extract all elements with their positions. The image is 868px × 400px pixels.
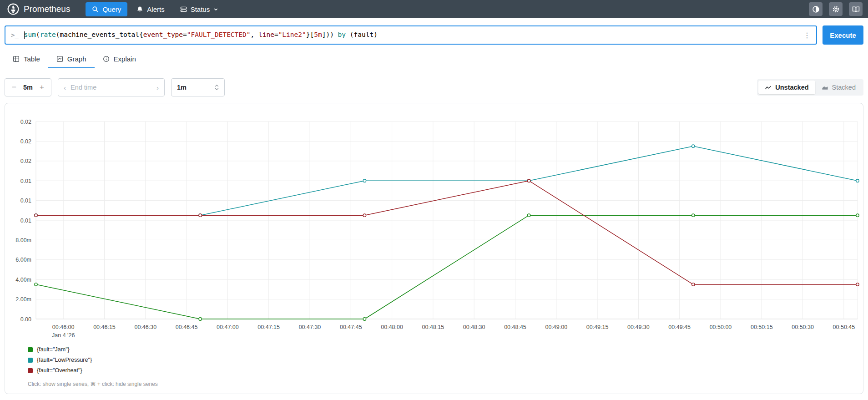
line-chart-icon [765, 85, 772, 91]
svg-text:0.02: 0.02 [20, 138, 31, 145]
svg-text:0.00: 0.00 [20, 316, 31, 323]
svg-text:00:48:15: 00:48:15 [422, 324, 444, 330]
svg-text:8.00m: 8.00m [15, 237, 31, 243]
graph-controls: − 5m + ‹ End time › 1m Unstacked Stacked [5, 78, 863, 96]
info-icon [103, 56, 110, 62]
query-more-icon[interactable]: ⋮ [802, 31, 812, 40]
svg-text:4.00m: 4.00m [15, 277, 31, 283]
nav-item-alerts[interactable]: Alerts [130, 2, 171, 16]
prometheus-logo-icon [7, 3, 19, 15]
gear-icon [832, 5, 840, 13]
prompt-icon: >_ [11, 31, 19, 39]
legend-swatch [28, 368, 33, 373]
server-icon [180, 6, 187, 13]
nav-item-status[interactable]: Status [174, 2, 225, 16]
tab-table[interactable]: Table [5, 51, 48, 68]
chart-legend: {fault="Jam"}{fault="LowPressure"}{fault… [28, 346, 859, 374]
svg-text:Jan 4 '26: Jan 4 '26 [52, 332, 75, 339]
svg-text:0.02: 0.02 [20, 119, 31, 125]
svg-text:00:49:45: 00:49:45 [668, 324, 691, 330]
svg-text:00:49:00: 00:49:00 [545, 324, 567, 330]
brand: Prometheus [5, 3, 70, 15]
top-navbar: Prometheus Query Alerts Status [0, 0, 868, 18]
end-time-prev-button[interactable]: ‹ [63, 84, 67, 91]
unstacked-label: Unstacked [775, 84, 808, 91]
table-icon [13, 56, 20, 62]
svg-text:00:46:15: 00:46:15 [93, 324, 116, 330]
legend-item[interactable]: {fault="Jam"} [28, 346, 859, 353]
select-updown-icon [215, 85, 219, 90]
tab-graph-label: Graph [67, 55, 86, 63]
end-time-input[interactable]: End time [67, 84, 156, 91]
svg-text:00:47:15: 00:47:15 [257, 324, 280, 330]
tab-explain-label: Explain [114, 55, 136, 63]
resolution-value: 1m [177, 84, 187, 91]
search-icon [92, 6, 99, 13]
stacked-button[interactable]: Stacked [815, 81, 862, 94]
svg-text:00:50:15: 00:50:15 [751, 324, 773, 330]
legend-label: {fault="Overheat"} [37, 367, 82, 374]
svg-text:00:47:00: 00:47:00 [217, 324, 239, 330]
query-input[interactable]: >_ sum(rate(machine_events_total{event_t… [5, 25, 817, 45]
svg-text:0.01: 0.01 [20, 178, 31, 184]
svg-text:00:50:45: 00:50:45 [833, 324, 855, 330]
theme-contrast-icon [812, 5, 820, 13]
legend-swatch [28, 358, 33, 363]
svg-text:00:48:30: 00:48:30 [463, 324, 485, 330]
stacking-toggle: Unstacked Stacked [757, 79, 863, 96]
svg-text:00:49:30: 00:49:30 [627, 324, 650, 330]
svg-text:00:47:30: 00:47:30 [299, 324, 321, 330]
theme-toggle-button[interactable] [809, 2, 823, 16]
nav-item-alerts-label: Alerts [147, 5, 164, 13]
range-value[interactable]: 5m [20, 84, 35, 91]
legend-label: {fault="Jam"} [37, 346, 70, 353]
resolution-select[interactable]: 1m [171, 78, 225, 96]
docs-button[interactable] [849, 2, 863, 16]
svg-text:0.01: 0.01 [20, 218, 31, 224]
legend-help-note: Click: show single series, ⌘ + click: hi… [28, 381, 859, 387]
stacked-label: Stacked [832, 84, 856, 91]
svg-text:00:46:45: 00:46:45 [176, 324, 198, 330]
brand-title: Prometheus [24, 4, 70, 14]
svg-text:6.00m: 6.00m [15, 257, 31, 263]
chevron-down-icon [213, 7, 218, 12]
nav-item-query-label: Query [102, 5, 121, 13]
svg-text:00:46:00: 00:46:00 [52, 324, 75, 330]
svg-text:00:46:30: 00:46:30 [134, 324, 156, 330]
svg-text:2.00m: 2.00m [15, 296, 31, 303]
range-decrease-button[interactable]: − [8, 79, 20, 96]
tab-graph[interactable]: Graph [48, 51, 95, 68]
bell-icon [136, 6, 143, 13]
legend-item[interactable]: {fault="LowPressure"} [28, 357, 859, 363]
graph-panel: 0.020.020.020.010.010.018.00m6.00m4.00m2… [5, 103, 863, 394]
legend-item[interactable]: {fault="Overheat"} [28, 367, 859, 374]
end-time-next-button[interactable]: › [156, 84, 160, 91]
svg-text:00:50:30: 00:50:30 [792, 324, 814, 330]
book-icon [852, 5, 860, 13]
graph-icon [56, 56, 63, 62]
svg-text:00:50:00: 00:50:00 [710, 324, 732, 330]
settings-button[interactable] [829, 2, 843, 16]
tab-table-label: Table [24, 55, 40, 63]
unstacked-button[interactable]: Unstacked [758, 81, 815, 94]
range-input-group: − 5m + [5, 78, 51, 96]
legend-label: {fault="LowPressure"} [37, 357, 92, 363]
svg-text:0.01: 0.01 [20, 197, 31, 204]
nav-item-status-label: Status [191, 5, 210, 13]
execute-button[interactable]: Execute [823, 25, 863, 45]
time-series-chart[interactable]: 0.020.020.020.010.010.018.00m6.00m4.00m2… [9, 109, 862, 343]
range-increase-button[interactable]: + [35, 79, 48, 96]
end-time-group: ‹ End time › [58, 78, 165, 96]
svg-text:0.02: 0.02 [20, 158, 31, 164]
query-bar: >_ sum(rate(machine_events_total{event_t… [5, 25, 863, 45]
tab-explain[interactable]: Explain [95, 51, 144, 68]
query-expression[interactable]: sum(rate(machine_events_total{event_type… [24, 31, 802, 39]
svg-text:00:49:15: 00:49:15 [586, 324, 609, 330]
area-chart-icon [822, 85, 828, 91]
legend-swatch [28, 347, 33, 352]
svg-text:00:47:45: 00:47:45 [340, 324, 362, 330]
nav-item-query[interactable]: Query [86, 2, 127, 16]
svg-text:00:48:00: 00:48:00 [381, 324, 403, 330]
svg-text:00:48:45: 00:48:45 [504, 324, 526, 330]
view-tabs: Table Graph Explain [5, 51, 863, 68]
